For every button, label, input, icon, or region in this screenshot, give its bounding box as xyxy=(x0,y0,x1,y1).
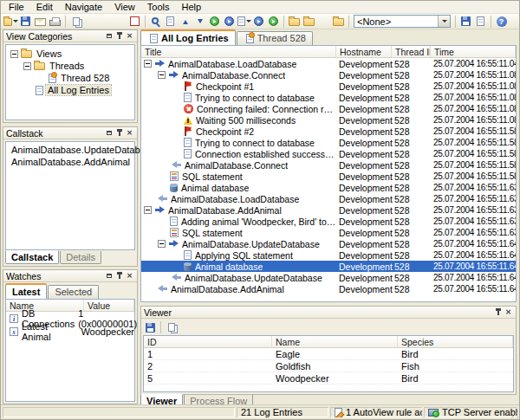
pin-icon[interactable] xyxy=(114,271,124,281)
log-entry-row[interactable]: AnimalDatabase.ConnectDevelopment52825.0… xyxy=(141,159,516,171)
copy-icon[interactable] xyxy=(164,320,179,334)
log-entry-row[interactable]: Checkpoint #1Development52825.07.2004 16… xyxy=(141,81,516,92)
toolbar: <None> xyxy=(1,14,519,29)
callstack-item[interactable]: AnimalDatabase.UpdateDatabase xyxy=(6,144,134,156)
maximize-icon[interactable] xyxy=(104,128,114,138)
expander-minus-icon[interactable] xyxy=(158,71,166,79)
pin-icon[interactable] xyxy=(114,31,124,41)
log-threadid-cell: 528 xyxy=(392,171,431,182)
expander-minus-icon[interactable] xyxy=(10,50,18,58)
sync-views-icon[interactable] xyxy=(163,15,178,29)
log-entry-row[interactable]: Waiting 500 millisecondsDevelopment52825… xyxy=(141,114,516,126)
log-entry-row[interactable]: SQL statementDevelopment52825.07.2004 16… xyxy=(141,227,516,238)
start-icon[interactable] xyxy=(207,15,222,29)
folder-up-icon[interactable] xyxy=(316,15,331,29)
pin-icon[interactable] xyxy=(493,307,503,317)
menu-file[interactable]: File xyxy=(3,1,30,13)
help-icon[interactable] xyxy=(494,15,509,29)
log-entry-row[interactable]: Connection established successfullyDevel… xyxy=(141,148,516,159)
maximize-icon[interactable] xyxy=(104,271,114,281)
viewer-row[interactable]: 1EagleBird xyxy=(144,348,513,360)
edit-entry-icon[interactable] xyxy=(83,15,98,29)
column-header-hostname[interactable]: Hostname xyxy=(336,46,392,57)
expander-minus-icon[interactable] xyxy=(144,206,152,214)
send-mail-icon[interactable] xyxy=(33,15,48,29)
log-entry-row[interactable]: AnimalDatabase.AddAnimalDevelopment52825… xyxy=(141,283,516,294)
log-entry-row[interactable]: Adding animal 'Woodpecker, Bird' to data… xyxy=(141,216,516,227)
log-entry-row[interactable]: Connecting failed: Connection refused.De… xyxy=(141,103,516,114)
column-header-id[interactable]: ID xyxy=(144,336,272,347)
menu-navigate[interactable]: Navigate xyxy=(59,1,108,13)
log-entry-row[interactable]: AnimalDatabase.ConnectDevelopment52825.0… xyxy=(141,69,516,81)
tab-details[interactable]: Details xyxy=(60,251,101,264)
tab-callstack[interactable]: Callstack xyxy=(5,250,59,264)
log-entry-row[interactable]: SQL statementDevelopment52825.07.2004 16… xyxy=(141,171,516,182)
log-entry-row[interactable]: Animal databaseDevelopment52825.07.2004 … xyxy=(141,182,516,193)
open-log-icon[interactable] xyxy=(3,15,18,29)
log-entry-row[interactable]: Applying SQL statementDevelopment52825.0… xyxy=(141,249,516,261)
close-icon[interactable]: × xyxy=(504,307,513,317)
clear-log-icon[interactable] xyxy=(127,15,142,29)
watch-row[interactable]: sLatest AnimalWoodpecker xyxy=(6,325,134,338)
tree-item-threads[interactable]: Threads xyxy=(6,60,134,72)
tab-all-log-entries[interactable]: All Log Entries xyxy=(140,29,236,45)
log-threadid-cell: 528 xyxy=(392,250,431,261)
callstack-item[interactable]: AnimalDatabase.AddAnimal xyxy=(6,156,134,168)
add-folder-icon[interactable] xyxy=(331,15,346,29)
tab-latest[interactable]: Latest xyxy=(5,283,47,299)
tree-item-thread-528[interactable]: Thread 528 xyxy=(6,72,134,84)
maximize-icon[interactable] xyxy=(104,31,114,41)
delete-icon[interactable] xyxy=(98,15,113,29)
save-filter-icon[interactable] xyxy=(458,15,473,29)
expander-minus-icon[interactable] xyxy=(158,240,166,248)
log-entry-row[interactable]: Animal databaseDevelopment52825.07.2004 … xyxy=(141,261,516,272)
viewer-row[interactable]: 5WoodpeckerBird xyxy=(144,372,513,384)
tree-item-views[interactable]: Views xyxy=(6,48,134,60)
expander-minus-icon[interactable] xyxy=(23,62,31,70)
restart-icon[interactable] xyxy=(266,15,281,29)
menu-edit[interactable]: Edit xyxy=(30,1,59,13)
close-icon[interactable]: × xyxy=(125,31,134,41)
column-header-species[interactable]: Species xyxy=(398,336,513,347)
expander-minus-icon[interactable] xyxy=(144,60,152,68)
menu-view[interactable]: View xyxy=(108,1,141,13)
log-entry-row[interactable]: AnimalDatabase.UpdateDatabaseDevelopment… xyxy=(141,238,516,249)
open-folder-icon[interactable] xyxy=(302,15,316,29)
tab-thread-528[interactable]: Thread 528 xyxy=(237,31,313,45)
print-icon[interactable] xyxy=(48,15,62,29)
viewer-row[interactable]: 2GoldfishFish xyxy=(144,360,513,372)
new-folder-icon[interactable] xyxy=(287,15,302,29)
log-entry-row[interactable]: AnimalDatabase.AddAnimalDevelopment52825… xyxy=(141,204,516,216)
column-header-thread-id[interactable]: Thread ID xyxy=(392,46,431,57)
tab-selected[interactable]: Selected xyxy=(48,285,99,299)
properties-icon[interactable] xyxy=(113,15,127,29)
close-icon[interactable]: × xyxy=(125,271,134,281)
pin-icon[interactable] xyxy=(114,128,124,138)
log-entry-row[interactable]: Trying to connect to databaseDevelopment… xyxy=(141,137,516,148)
log-title-text: Animal database xyxy=(181,183,249,193)
column-header-name[interactable]: Name xyxy=(272,336,398,347)
log-entry-row[interactable]: AnimalDatabase.LoadDatabaseDevelopment52… xyxy=(141,58,516,69)
close-icon[interactable]: × xyxy=(125,128,134,138)
save-log-icon[interactable] xyxy=(18,15,33,29)
combo-dropdown-icon[interactable] xyxy=(438,16,450,27)
goto-child-icon[interactable] xyxy=(192,15,207,29)
tree-item-all-log-entries[interactable]: All Log Entries xyxy=(6,84,134,96)
log-entry-row[interactable]: Checkpoint #2Development52825.07.2004 16… xyxy=(141,126,516,137)
menu-help[interactable]: Help xyxy=(175,1,207,13)
new-view-icon[interactable] xyxy=(237,15,251,29)
column-header-time[interactable]: Time xyxy=(431,46,516,57)
find-icon[interactable] xyxy=(148,15,163,29)
goto-parent-icon[interactable] xyxy=(178,15,192,29)
step-back-icon[interactable] xyxy=(222,15,237,29)
log-entry-row[interactable]: AnimalDatabase.UpdateDatabaseDevelopment… xyxy=(141,272,516,283)
column-header-title[interactable]: Title xyxy=(141,46,336,57)
save-icon[interactable] xyxy=(143,320,158,334)
menu-tools[interactable]: Tools xyxy=(141,1,176,13)
log-entry-row[interactable]: Trying to connect to databaseDevelopment… xyxy=(141,92,516,103)
step-forward-icon[interactable] xyxy=(251,15,266,29)
filter-combo[interactable]: <None> xyxy=(354,15,451,28)
copy-icon[interactable] xyxy=(68,15,83,29)
delete-filter-icon[interactable] xyxy=(473,15,488,29)
log-entry-row[interactable]: AnimalDatabase.LoadDatabaseDevelopment52… xyxy=(141,193,516,204)
